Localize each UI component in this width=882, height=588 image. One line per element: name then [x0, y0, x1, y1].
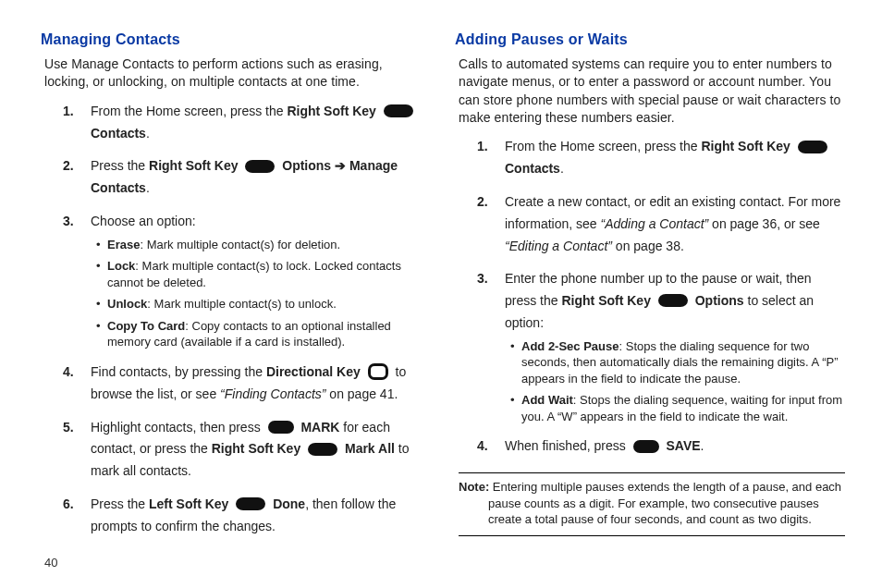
- xref-adding-contact: “Adding a Contact”: [601, 216, 709, 231]
- heading-adding-pauses: Adding Pauses or Waits: [455, 30, 845, 50]
- option-unlock: Unlock: Mark multiple contact(s) to unlo…: [96, 296, 431, 312]
- step-3: Enter the phone number up to the pause o…: [468, 268, 845, 424]
- text: : Mark multiple contact(s) for deletion.: [140, 238, 340, 251]
- label: Lock: [107, 259, 135, 273]
- right-soft-key-label: Right Soft Key: [287, 104, 379, 118]
- mark-all-label: Mark All: [341, 441, 395, 456]
- text: Press the: [91, 158, 149, 173]
- step-5: Highlight contacts, then press MARK for …: [54, 417, 431, 483]
- soft-key-icon: [308, 443, 337, 456]
- text: .: [146, 126, 150, 141]
- right-column: Adding Pauses or Waits Calls to automate…: [459, 30, 845, 570]
- soft-key-icon: [245, 160, 275, 173]
- right-soft-key-label: Right Soft Key: [212, 441, 304, 456]
- center-key-icon: [268, 421, 294, 434]
- arrow-icon: ➔: [335, 158, 346, 173]
- text: From the Home screen, press the: [505, 139, 701, 153]
- left-column: Managing Contacts Use Manage Contacts to…: [44, 30, 431, 570]
- contacts-label: Contacts: [91, 126, 146, 141]
- label: Copy To Card: [107, 319, 185, 333]
- label: Unlock: [107, 297, 147, 311]
- text: on page 38.: [612, 239, 684, 253]
- right-soft-key-label: Right Soft Key: [561, 293, 654, 308]
- soft-key-icon: [236, 497, 265, 510]
- manual-page: Managing Contacts Use Manage Contacts to…: [0, 0, 882, 588]
- text: : Mark multiple contact(s) to unlock.: [147, 297, 336, 311]
- step-1: From the Home screen, press the Right So…: [468, 136, 845, 180]
- steps-managing-contacts: From the Home screen, press the Right So…: [44, 101, 431, 538]
- text: .: [146, 180, 150, 195]
- step-4: Find contacts, by pressing the Direction…: [54, 361, 431, 406]
- label: Add 2-Sec Pause: [521, 339, 619, 353]
- step-2: Press the Right Soft Key Options ➔ Manag…: [54, 155, 431, 200]
- contacts-label: Contacts: [505, 161, 560, 176]
- directional-key-icon: [368, 363, 388, 380]
- option-add-wait: Add Wait: Stops the dialing sequence, wa…: [510, 392, 845, 424]
- intro-managing-contacts: Use Manage Contacts to perform actions s…: [44, 55, 431, 92]
- page-number: 40: [44, 555, 57, 571]
- text: Find contacts, by pressing the: [91, 364, 266, 379]
- directional-key-label: Directional Key: [266, 364, 364, 379]
- step-3-options: Erase: Mark multiple contact(s) for dele…: [91, 237, 431, 350]
- note-text: Entering multiple pauses extends the len…: [488, 480, 841, 526]
- option-lock: Lock: Mark multiple contact(s) to lock. …: [96, 258, 431, 290]
- steps-adding-pauses: From the Home screen, press the Right So…: [459, 136, 845, 458]
- step-3-options: Add 2-Sec Pause: Stops the dialing seque…: [505, 338, 845, 425]
- label: Erase: [107, 238, 140, 251]
- intro-adding-pauses: Calls to automated systems can require y…: [459, 55, 845, 127]
- text: Press the: [91, 496, 149, 511]
- text: Highlight contacts, then press: [91, 420, 264, 435]
- step-1: From the Home screen, press the Right So…: [54, 101, 431, 145]
- soft-key-icon: [798, 141, 827, 153]
- text: : Mark multiple contact(s) to lock. Lock…: [107, 259, 401, 289]
- step-2: Create a new contact, or edit an existin…: [468, 191, 845, 257]
- step-6: Press the Left Soft Key Done, then follo…: [54, 494, 431, 538]
- option-erase: Erase: Mark multiple contact(s) for dele…: [96, 237, 431, 253]
- options-label: Options: [692, 293, 744, 308]
- heading-managing-contacts: Managing Contacts: [41, 30, 431, 50]
- step-4: When finished, press SAVE.: [468, 435, 845, 458]
- mark-label: MARK: [298, 420, 340, 435]
- soft-key-icon: [658, 294, 688, 307]
- option-copy-to-card: Copy To Card: Copy contacts to an option…: [96, 318, 431, 350]
- done-label: Done: [269, 496, 305, 511]
- soft-key-icon: [384, 104, 413, 117]
- text: When finished, press: [505, 438, 630, 453]
- right-soft-key-label: Right Soft Key: [149, 158, 241, 173]
- text: on page 36, or see: [708, 216, 820, 231]
- xref-editing-contact: “Editing a Contact”: [505, 239, 612, 253]
- options-label: Options: [278, 158, 335, 173]
- right-soft-key-label: Right Soft Key: [701, 139, 793, 153]
- text: on page 41.: [325, 386, 398, 401]
- text: Choose an option:: [91, 214, 196, 228]
- text: From the Home screen, press the: [91, 104, 287, 118]
- left-soft-key-label: Left Soft Key: [149, 496, 232, 511]
- text: .: [560, 161, 564, 176]
- text: .: [701, 438, 704, 453]
- step-3: Choose an option: Erase: Mark multiple c…: [54, 211, 431, 350]
- option-add-pause: Add 2-Sec Pause: Stops the dialing seque…: [510, 338, 845, 387]
- center-key-icon: [633, 440, 659, 453]
- note-label: Note:: [459, 480, 489, 494]
- note-box: Note: Entering multiple pauses extends t…: [459, 472, 845, 536]
- xref-finding-contacts: “Finding Contacts”: [220, 386, 325, 401]
- save-label: SAVE: [663, 438, 701, 453]
- label: Add Wait: [521, 393, 573, 407]
